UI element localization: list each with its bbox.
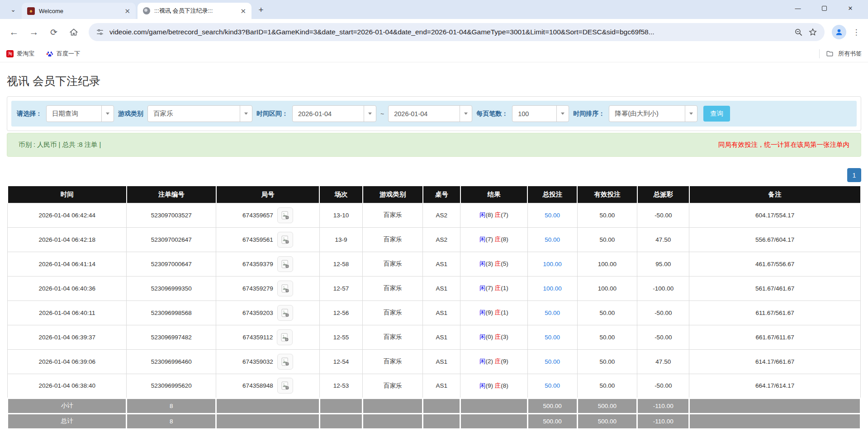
bookmark-aitaobao[interactable]: 淘 爱淘宝 <box>6 50 34 58</box>
chevron-down-icon[interactable] <box>556 106 569 122</box>
cell-total-bet[interactable]: 50.00 <box>527 374 577 398</box>
table-row: 2026-01-04 06:40:36523096999350674359279… <box>8 276 861 300</box>
date-end-select[interactable]: 2026-01-04 <box>388 105 472 122</box>
total-bet-link[interactable]: 50.00 <box>545 212 560 219</box>
search-button[interactable]: 查询 <box>703 106 730 122</box>
forward-button[interactable]: → <box>26 24 42 40</box>
total-bet-link[interactable]: 50.00 <box>545 382 560 389</box>
cell-time: 2026-01-04 06:41:14 <box>8 252 127 276</box>
all-bookmarks[interactable]: 所有书签 <box>819 49 862 58</box>
replay-video-button[interactable] <box>277 354 293 370</box>
tab-welcome[interactable]: ♠ Welcome ✕ <box>22 3 136 19</box>
bookmark-star-icon[interactable] <box>808 28 817 37</box>
summary-empty-cell <box>460 398 528 413</box>
cell-remark: 556.67/604.17 <box>689 227 861 252</box>
cell-bet-no: 523096995620 <box>127 374 216 398</box>
window-maximize-button[interactable] <box>811 0 837 16</box>
total-bet-link[interactable]: 100.00 <box>543 285 562 292</box>
cell-total-bet[interactable]: 100.00 <box>527 252 577 276</box>
cell-result: 闲(9) 庄(1) <box>460 300 528 325</box>
cell-total-bet[interactable]: 50.00 <box>527 300 577 325</box>
date-end-value: 2026-01-04 <box>389 106 460 122</box>
cell-payout: -50.00 <box>637 374 689 398</box>
cell-total-bet[interactable]: 50.00 <box>527 325 577 349</box>
total-bet-link[interactable]: 50.00 <box>545 334 560 341</box>
bookmark-baidu[interactable]: 百度一下 <box>46 50 80 58</box>
query-type-select[interactable]: 日期查询 <box>46 105 114 122</box>
summary-empty-cell <box>689 398 861 413</box>
tab-close-icon[interactable]: ✕ <box>124 8 130 14</box>
per-page-label: 每页笔数： <box>476 110 508 118</box>
page-title: 视讯 会员下注纪录 <box>7 74 861 89</box>
chevron-down-icon[interactable] <box>101 106 114 122</box>
new-tab-button[interactable]: + <box>254 3 268 17</box>
person-icon <box>835 28 844 37</box>
cell-total-bet[interactable]: 50.00 <box>527 203 577 227</box>
game-kind-select[interactable]: 百家乐 <box>147 105 252 122</box>
replay-video-button[interactable] <box>277 207 293 223</box>
chevron-down-icon[interactable] <box>364 106 376 122</box>
col-payout: 总派彩 <box>637 186 689 203</box>
zoom-indicator-icon[interactable] <box>794 28 803 37</box>
total-bet-link[interactable]: 50.00 <box>545 236 560 243</box>
round-number: 674359561 <box>242 236 273 243</box>
divider <box>819 49 820 58</box>
chevron-down-icon[interactable] <box>685 106 697 122</box>
replay-video-button[interactable] <box>277 281 293 296</box>
sort-select[interactable]: 降幂(由大到小) <box>609 105 697 122</box>
cell-total-bet[interactable]: 50.00 <box>527 227 577 252</box>
table-header: 时间 注单编号 局号 场次 游戏类别 桌号 结果 总投注 有效投注 总派彩 备注 <box>8 186 861 203</box>
filter-panel: 请选择： 日期查询 游戏类别 百家乐 时间区间： 2026-01-04 ~ 20… <box>7 96 861 131</box>
cell-total-bet[interactable]: 100.00 <box>527 276 577 300</box>
cell-result: 闲(9) 庄(8) <box>460 374 528 398</box>
chevron-down-icon[interactable] <box>460 106 472 122</box>
replay-video-button[interactable] <box>277 378 293 394</box>
table-row: 2026-01-04 06:39:06523096996460674359032… <box>8 349 861 374</box>
page-number-button[interactable]: 1 <box>847 168 861 182</box>
per-page-select[interactable]: 100 <box>512 105 569 122</box>
home-button[interactable] <box>66 24 81 40</box>
tab-bet-record[interactable]: :::视讯 会员下注纪录::: ✕ <box>138 3 251 19</box>
summary-payout: -110.00 <box>637 398 689 413</box>
valid-bet-notice: 同局有效投注，统一计算在该局第一张注单内 <box>718 141 849 149</box>
browser-menu-button[interactable]: ⋮ <box>851 25 862 39</box>
replay-video-button[interactable] <box>277 232 293 248</box>
replay-video-button[interactable] <box>277 305 293 321</box>
profile-avatar[interactable] <box>832 25 846 39</box>
tab-close-icon[interactable]: ✕ <box>240 8 246 14</box>
window-controls: — ✕ <box>785 0 863 16</box>
cell-session: 13-10 <box>319 203 363 227</box>
url-text[interactable]: videoie.com/game/betrecord_search/kind3?… <box>109 28 789 36</box>
cell-round-no: 674359379 <box>216 252 320 276</box>
cell-round-no: 674358948 <box>216 374 320 398</box>
summary-empty-cell <box>216 413 320 429</box>
cell-round-no: 674359203 <box>216 300 320 325</box>
summary-label: 小计 <box>8 398 127 413</box>
col-session: 场次 <box>319 186 363 203</box>
summary-empty-cell <box>423 413 460 429</box>
site-settings-icon[interactable] <box>96 28 104 36</box>
cell-valid-bet: 50.00 <box>577 227 637 252</box>
table-row: 2026-01-04 06:42:44523097003527674359657… <box>8 203 861 227</box>
total-bet-link[interactable]: 100.00 <box>543 261 562 267</box>
cell-total-bet[interactable]: 50.00 <box>527 349 577 374</box>
col-remark: 备注 <box>689 186 861 203</box>
tab-search-chevron-icon[interactable]: ⌄ <box>6 3 20 16</box>
reload-button[interactable]: ⟳ <box>46 24 62 40</box>
back-button[interactable]: ← <box>6 24 22 40</box>
summary-empty-cell <box>460 413 528 429</box>
window-close-button[interactable]: ✕ <box>837 0 863 16</box>
replay-video-button[interactable] <box>277 256 293 272</box>
cell-session: 12-56 <box>319 300 363 325</box>
globe-favicon-icon <box>143 7 150 14</box>
total-bet-link[interactable]: 50.00 <box>545 310 560 316</box>
address-bar[interactable]: videoie.com/game/betrecord_search/kind3?… <box>89 23 825 41</box>
date-start-select[interactable]: 2026-01-04 <box>292 105 376 122</box>
window-minimize-button[interactable]: — <box>785 0 811 16</box>
total-bet-link[interactable]: 50.00 <box>545 358 560 365</box>
cell-remark: 604.17/554.17 <box>689 203 861 227</box>
game-kind-value: 百家乐 <box>148 106 240 122</box>
cell-session: 12-57 <box>319 276 363 300</box>
replay-video-button[interactable] <box>277 329 293 345</box>
chevron-down-icon[interactable] <box>240 106 252 122</box>
